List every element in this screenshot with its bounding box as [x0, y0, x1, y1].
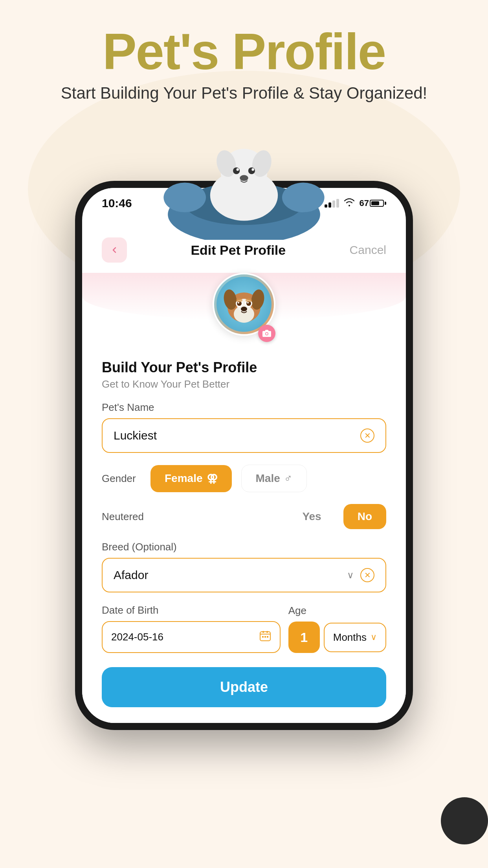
pet-name-label: Pet's Name [102, 401, 386, 414]
update-button[interactable]: Update [102, 667, 386, 707]
age-unit-value: Months [333, 631, 367, 644]
svg-point-3 [282, 183, 325, 212]
phone-frame: 10:46 67 [75, 181, 413, 730]
camera-badge[interactable] [258, 325, 275, 342]
svg-point-9 [248, 167, 255, 174]
age-controls: 1 Months ∨ [288, 622, 386, 653]
pet-name-input[interactable]: Luckiest ✕ [102, 418, 386, 453]
dob-value: 2024-05-16 [111, 631, 163, 643]
calendar-icon [259, 630, 271, 644]
phone-screen: 10:46 67 [82, 188, 406, 723]
female-symbol: ⚢ [207, 472, 218, 485]
battery-icon: 67 [360, 198, 386, 208]
breed-value: Afador [114, 568, 148, 582]
profile-picture-area [102, 273, 386, 351]
pet-name-clear-button[interactable]: ✕ [360, 428, 374, 443]
gender-female-button[interactable]: Female ⚢ [150, 465, 232, 492]
page-subtitle: Start Building Your Pet's Profile & Stay… [0, 84, 488, 103]
age-field: Age 1 Months ∨ [288, 605, 386, 653]
pet-name-value: Luckiest [114, 429, 157, 442]
breed-clear-button[interactable]: ✕ [360, 568, 374, 582]
svg-point-2 [163, 183, 206, 212]
dog-decoration [158, 114, 330, 240]
page-header: Pet's Profile Start Building Your Pet's … [0, 24, 488, 103]
chevron-down-icon: ∨ [347, 570, 354, 581]
section-heading: Build Your Pet's Profile [102, 359, 386, 376]
age-label: Age [288, 605, 386, 617]
dob-age-row: Date of Birth 2024-05-16 [102, 604, 386, 653]
svg-point-12 [240, 175, 248, 181]
age-value[interactable]: 1 [288, 622, 320, 653]
status-icons: 67 [325, 198, 386, 209]
phone-wrapper: 10:46 67 [75, 181, 413, 730]
svg-point-26 [246, 298, 252, 302]
wifi-icon [344, 198, 355, 209]
cancel-button[interactable]: Cancel [350, 243, 386, 257]
svg-point-29 [266, 333, 268, 335]
breed-wrapper: Breed (Optional) Afador ∨ ✕ [102, 541, 386, 592]
gender-female-label: Female [165, 472, 203, 485]
neutered-row: Neutered Yes No [102, 504, 386, 529]
svg-rect-31 [262, 631, 264, 633]
neutered-label: Neutered [102, 511, 144, 523]
age-unit-chevron-icon: ∨ [371, 632, 377, 642]
nav-title: Edit Pet Profile [191, 243, 286, 258]
svg-point-11 [251, 168, 254, 171]
svg-rect-35 [267, 636, 268, 638]
section-subheading: Get to Know Your Pet Better [102, 378, 386, 390]
app-content: Edit Pet Profile Cancel [82, 228, 406, 723]
gender-row: Gender Female ⚢ Male ♂ [102, 465, 386, 492]
neutered-yes-button[interactable]: Yes [288, 504, 335, 529]
svg-point-25 [236, 298, 242, 302]
neutered-options: Yes No [288, 504, 386, 529]
svg-rect-33 [262, 636, 264, 638]
breed-controls: ∨ ✕ [347, 568, 374, 582]
gender-label: Gender [102, 473, 141, 485]
gender-male-button[interactable]: Male ♂ [241, 465, 307, 492]
svg-rect-34 [264, 636, 266, 638]
decorative-circle [441, 797, 488, 844]
gender-male-label: Male [256, 472, 280, 485]
dob-label: Date of Birth [102, 604, 281, 616]
svg-point-10 [237, 168, 239, 171]
male-symbol: ♂ [284, 472, 292, 485]
back-button[interactable] [102, 237, 127, 263]
dob-field: Date of Birth 2024-05-16 [102, 604, 281, 653]
page-title: Pet's Profile [0, 24, 488, 80]
svg-point-8 [233, 167, 240, 174]
neutered-no-button[interactable]: No [343, 504, 386, 529]
dob-input[interactable]: 2024-05-16 [102, 621, 281, 653]
svg-point-27 [241, 307, 247, 311]
svg-rect-32 [266, 631, 268, 633]
status-time: 10:46 [102, 197, 132, 210]
breed-label: Breed (Optional) [102, 541, 386, 553]
breed-dropdown[interactable]: Afador ∨ ✕ [102, 558, 386, 592]
age-unit-dropdown[interactable]: Months ∨ [324, 623, 386, 652]
